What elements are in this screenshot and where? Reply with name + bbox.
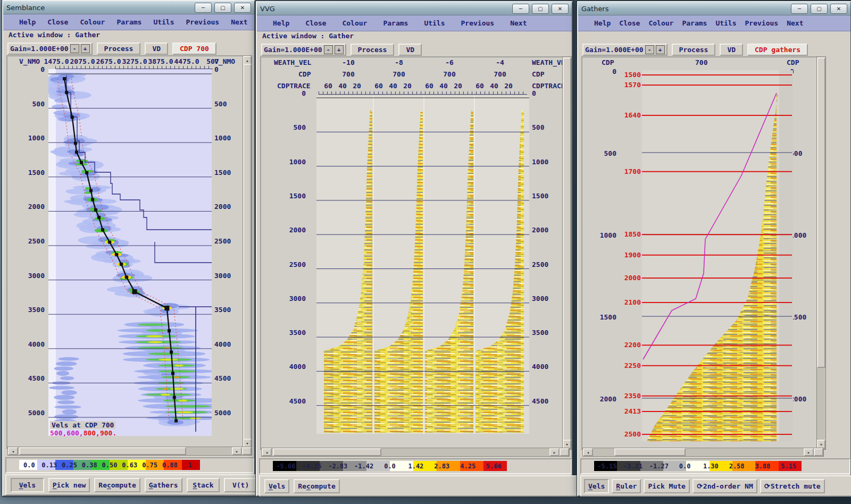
scroll-right-arrow[interactable]: ▸ [549, 448, 560, 456]
gain-increase-button[interactable]: + [81, 44, 90, 53]
hscroll-thumb[interactable] [273, 448, 381, 456]
menu-item[interactable]: Close [47, 18, 68, 26]
action-button[interactable]: V(t) [224, 478, 257, 492]
time-tick: 4500 [280, 397, 306, 405]
time-tick: 2000 [21, 203, 45, 211]
cdptrace-tick: 60 [324, 82, 332, 90]
time-tick: 2000 [280, 226, 306, 234]
action-button[interactable]: Gathers [145, 478, 182, 492]
scrollbar-corner [814, 448, 823, 456]
colorbar-label: -2.83 [325, 463, 351, 470]
menu-item[interactable]: Colour [80, 18, 105, 26]
time-tick: 0 [280, 89, 306, 97]
hscroll-track[interactable] [18, 447, 232, 455]
vscroll-thumb[interactable] [563, 57, 571, 441]
horizontal-scrollbar[interactable]: ◂ ▸ [582, 448, 824, 457]
vertical-scrollbar[interactable]: ▴ ▾ [243, 55, 252, 449]
colorbar-label: 1.30 [698, 463, 724, 470]
action-button[interactable]: Ruler [612, 479, 641, 493]
vertical-scrollbar[interactable]: ▾ [562, 56, 572, 450]
hscroll-track[interactable] [593, 448, 804, 456]
scroll-right-arrow[interactable]: ▸ [232, 447, 242, 455]
process-button[interactable]: Process [672, 44, 716, 56]
action-button[interactable]: Vels [584, 479, 609, 493]
trace-ruler [319, 91, 527, 95]
velocity-pick-label: 1640 [624, 111, 641, 119]
refresh-icon: ⟳ [764, 482, 770, 490]
weathvel-tick: -4 [496, 58, 504, 66]
colorbar-label: -5.66 [273, 463, 299, 470]
action-button[interactable]: Recompute [294, 479, 339, 493]
horizontal-scrollbar[interactable]: ◂ ▸ [261, 448, 570, 457]
colorbar-label: 0.75 [140, 461, 160, 469]
menu-item[interactable]: Utils [424, 19, 445, 27]
velocity-pick-label: 2413 [624, 407, 641, 415]
menu-item[interactable]: Colour [648, 19, 673, 27]
menu-item[interactable]: Next [510, 19, 527, 27]
time-tick: 3500 [21, 306, 45, 314]
action-button[interactable]: ⟳Stretch mute [760, 479, 825, 493]
action-button[interactable]: Recompute [94, 478, 140, 492]
scroll-left-arrow[interactable]: ◂ [262, 448, 272, 456]
hscroll-thumb[interactable] [19, 447, 186, 455]
time-tick: 0 [532, 89, 557, 97]
colorbar-label: 0.50 [99, 461, 120, 469]
gathers-plot[interactable] [642, 70, 793, 441]
minimize-button[interactable]: ─ [195, 3, 212, 13]
action-button[interactable]: Vels [264, 479, 289, 493]
time-tick-labels-left: 0500100015002000250030003500400045005000 [21, 1, 45, 495]
colorbar-labels: -5.66-4.25-2.83-1.420.01.422.834.255.66 [273, 461, 507, 471]
gain-increase-button[interactable]: + [335, 45, 344, 54]
menu-item[interactable]: Params [383, 19, 408, 27]
action-button[interactable]: Vels [11, 478, 44, 492]
vd-button[interactable]: VD [398, 44, 422, 56]
colorbar-label: 0.0 [19, 461, 39, 469]
vd-button[interactable]: VD [145, 43, 168, 55]
menu-item[interactable]: Params [116, 18, 141, 26]
hscroll-thumb[interactable] [614, 448, 686, 456]
menu-item[interactable]: Colour [342, 19, 367, 27]
gain-decrease-button[interactable]: - [324, 45, 333, 54]
menu-item[interactable]: Previous [461, 19, 495, 27]
scroll-left-arrow[interactable]: ◂ [583, 448, 593, 456]
menu-item[interactable]: Utils [153, 18, 174, 26]
time-tick: 1500 [532, 192, 557, 200]
action-button[interactable]: ⟳2nd-order NM [693, 479, 757, 493]
hscroll-track[interactable] [272, 448, 549, 456]
gain-increase-button[interactable]: + [656, 45, 665, 54]
vels-overlay: Vels at CDP 700 500,600,800,900. [50, 421, 116, 437]
time-tick: 1000 [280, 158, 306, 166]
cdp-indicator-button[interactable]: CDP 700 [172, 43, 216, 55]
scroll-left-arrow[interactable]: ◂ [8, 447, 18, 455]
process-button[interactable]: Process [97, 43, 141, 55]
menu-item[interactable]: Previous [745, 19, 779, 27]
gain-decrease-button[interactable]: - [645, 45, 654, 54]
close-button[interactable]: ✕ [830, 4, 847, 14]
gain-decrease-button[interactable]: - [70, 44, 79, 53]
process-button[interactable]: Process [351, 44, 395, 56]
action-button[interactable]: Pick Mute [644, 479, 689, 493]
vd-button[interactable]: VD [720, 44, 743, 56]
time-tick: 1000 [790, 231, 813, 239]
vertical-scrollbar[interactable]: ▾ [816, 56, 826, 450]
colorbar-label: 5.15 [775, 463, 802, 470]
scroll-right-arrow[interactable]: ▸ [804, 448, 814, 456]
cdp-tick: 700 [494, 70, 506, 78]
menu-item[interactable]: Close [305, 19, 326, 27]
menu-item[interactable]: Utils [715, 19, 736, 27]
cdptrace-tick: 60 [374, 82, 383, 90]
horizontal-scrollbar[interactable]: ◂ ▸ [7, 447, 252, 456]
vscroll-thumb[interactable] [243, 64, 252, 440]
action-button[interactable]: Pick new [48, 478, 90, 492]
time-tick: 1500 [790, 313, 813, 321]
vels-overlay-values-a: 500,600, [50, 429, 84, 437]
action-button[interactable]: Stack [187, 478, 220, 492]
vscroll-thumb[interactable] [817, 57, 825, 368]
colorbar-label: 0.25 [60, 461, 80, 469]
vvg-gather-plot[interactable] [316, 96, 529, 434]
menu-item[interactable]: Params [682, 19, 707, 27]
time-tick: 2500 [214, 237, 238, 245]
time-tick: 500 [790, 149, 813, 157]
minimize-button[interactable]: ─ [512, 4, 529, 14]
semblance-plot[interactable] [48, 69, 212, 436]
